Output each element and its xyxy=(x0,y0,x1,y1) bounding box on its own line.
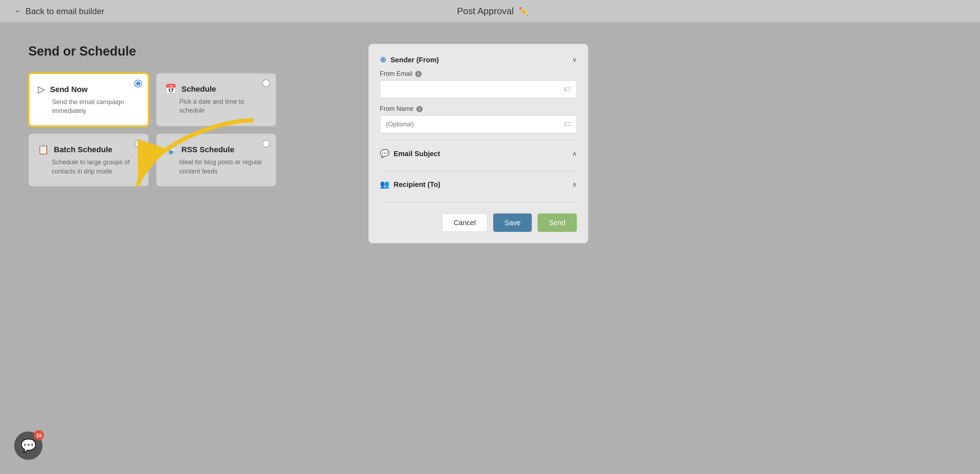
rss-schedule-radio[interactable] xyxy=(262,140,270,147)
options-panel: Send or Schedule ▷ Send Now Send the ema… xyxy=(29,44,276,243)
from-name-info-icon: i xyxy=(416,106,423,112)
sender-label: Sender (From) xyxy=(390,56,439,64)
send-button[interactable]: Send xyxy=(538,214,577,232)
from-name-label: From Name i xyxy=(380,105,577,113)
send-now-radio[interactable] xyxy=(134,80,142,87)
page-name: Post Approval xyxy=(457,6,514,17)
recipient-title: 👥 Recipient (To) xyxy=(380,180,441,189)
email-subject-icon: 💬 xyxy=(380,149,390,158)
recipient-chevron-icon[interactable]: ∧ xyxy=(572,181,577,188)
chat-badge: 15 xyxy=(34,430,44,440)
email-subject-section: 💬 Email Subject ∧ xyxy=(380,149,577,171)
from-name-input-wrapper: 🏷 xyxy=(380,116,577,133)
option-schedule-header: 📅 Schedule xyxy=(165,84,267,95)
save-button[interactable]: Save xyxy=(493,214,532,232)
option-schedule[interactable]: 📅 Schedule Pick a date and time to sched… xyxy=(156,73,276,126)
rss-schedule-icon: 📡 xyxy=(165,144,177,155)
sender-icon: ⊕ xyxy=(380,55,386,64)
option-rss-schedule[interactable]: 📡 RSS Schedule Ideal for blog posts or r… xyxy=(156,133,276,186)
from-email-label: From Email i xyxy=(380,70,577,78)
sender-section: ⊕ Sender (From) ∨ From Email i 🏷 xyxy=(380,55,577,141)
sender-section-title: ⊕ Sender (From) xyxy=(380,55,439,64)
options-grid: ▷ Send Now Send the email campaign immed… xyxy=(29,73,276,187)
from-email-tag-icon: 🏷 xyxy=(564,85,571,94)
send-now-title: Send Now xyxy=(50,85,88,94)
edit-icon[interactable]: ✏️ xyxy=(519,7,528,16)
from-email-info-icon: i xyxy=(415,71,422,77)
option-send-now[interactable]: ▷ Send Now Send the email campaign immed… xyxy=(29,73,149,126)
page-title: Send or Schedule xyxy=(29,44,276,59)
from-name-field[interactable] xyxy=(386,121,564,128)
header: ← Back to email builder Post Approval ✏️ xyxy=(0,0,980,23)
batch-schedule-radio[interactable] xyxy=(135,140,142,147)
rss-schedule-title: RSS Schedule xyxy=(181,145,234,154)
recipient-icon: 👥 xyxy=(380,180,390,189)
schedule-radio[interactable] xyxy=(262,79,270,87)
back-link[interactable]: ← Back to email builder xyxy=(14,6,105,16)
main-content: Send or Schedule ▷ Send Now Send the ema… xyxy=(0,23,980,265)
recipient-header[interactable]: 👥 Recipient (To) ∧ xyxy=(380,180,577,189)
from-name-tag-icon: 🏷 xyxy=(564,120,571,128)
from-email-input-wrapper: 🏷 xyxy=(380,80,577,98)
schedule-icon: 📅 xyxy=(165,84,177,95)
rss-schedule-desc: Ideal for blog posts or regular content … xyxy=(179,158,267,176)
send-now-desc: Send the email campaign immediately xyxy=(52,98,139,116)
from-email-group: From Email i 🏷 xyxy=(380,70,577,98)
back-arrow-icon: ← xyxy=(14,7,22,16)
schedule-desc: Pick a date and time to schedule xyxy=(179,97,267,115)
from-email-field[interactable] xyxy=(386,86,564,93)
form-panel: ⊕ Sender (From) ∨ From Email i 🏷 xyxy=(369,44,588,243)
option-batch-header: 📋 Batch Schedule xyxy=(38,144,140,155)
schedule-title: Schedule xyxy=(181,85,216,94)
batch-schedule-icon: 📋 xyxy=(38,144,49,155)
sender-section-header[interactable]: ⊕ Sender (From) ∨ xyxy=(380,55,577,64)
back-label: Back to email builder xyxy=(25,6,105,16)
header-title: Post Approval ✏️ xyxy=(457,6,528,17)
email-subject-header[interactable]: 💬 Email Subject ∧ xyxy=(380,149,577,158)
cancel-button[interactable]: Cancel xyxy=(442,214,487,232)
send-now-icon: ▷ xyxy=(38,84,45,95)
form-actions: Cancel Save Send xyxy=(380,214,577,232)
option-batch-schedule[interactable]: 📋 Batch Schedule Schedule to large group… xyxy=(29,133,149,186)
option-send-now-header: ▷ Send Now xyxy=(38,84,139,95)
from-name-group: From Name i 🏷 xyxy=(380,105,577,133)
batch-schedule-desc: Schedule to large groups of contacts in … xyxy=(52,158,140,176)
email-subject-chevron-icon[interactable]: ∧ xyxy=(572,150,577,157)
chat-widget[interactable]: 15 💬 xyxy=(14,431,43,460)
option-rss-header: 📡 RSS Schedule xyxy=(165,144,267,155)
recipient-section: 👥 Recipient (To) ∧ xyxy=(380,180,577,202)
chat-icon: 💬 xyxy=(21,438,37,453)
email-subject-title: 💬 Email Subject xyxy=(380,149,440,158)
batch-schedule-title: Batch Schedule xyxy=(54,145,112,154)
sender-chevron-icon[interactable]: ∨ xyxy=(572,56,577,64)
